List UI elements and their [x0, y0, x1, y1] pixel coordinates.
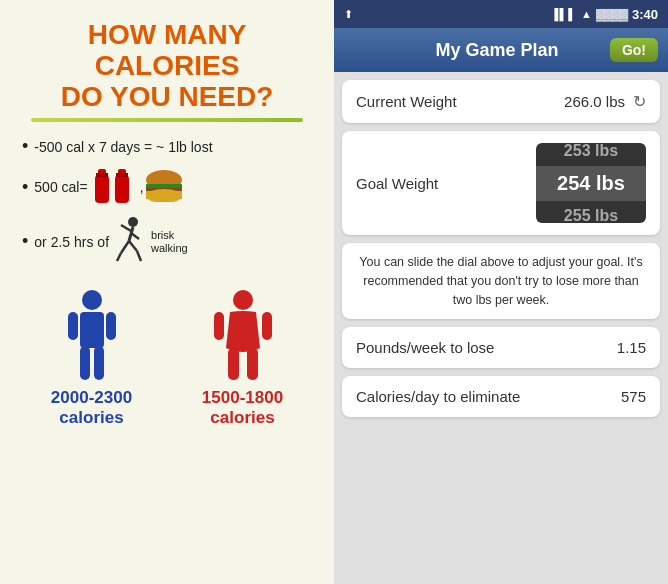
app-content: Current Weight 266.0 lbs ↻ Goal Weight 2…	[334, 72, 668, 584]
svg-point-11	[128, 217, 138, 227]
walking-row: • or 2.5 hrs of brisk walking	[16, 217, 318, 266]
walker-icon	[113, 217, 145, 266]
calories-day-value: 575	[621, 388, 646, 405]
burger-icon	[144, 170, 184, 205]
svg-rect-21	[68, 312, 78, 340]
coke-bottles-icon	[92, 167, 136, 207]
drum-picker[interactable]: 253 lbs 254 lbs 255 lbs	[536, 143, 646, 223]
svg-rect-24	[94, 346, 104, 380]
pounds-week-card: Pounds/week to lose 1.15	[342, 327, 660, 368]
right-panel: ⬆ ▐▌▌ ▲ ▓▓▓▓ 3:40 My Game Plan Go! Curre…	[334, 0, 668, 584]
svg-rect-26	[214, 312, 224, 340]
usb-icon: ⬆	[344, 8, 353, 21]
status-right: ▐▌▌ ▲ ▓▓▓▓ 3:40	[551, 7, 658, 22]
svg-rect-2	[96, 173, 108, 177]
svg-rect-10	[146, 191, 182, 199]
svg-rect-20	[80, 312, 104, 348]
status-left: ⬆	[344, 8, 353, 21]
hint-card: You can slide the dial above to adjust y…	[342, 243, 660, 319]
current-weight-row: Current Weight 266.0 lbs ↻	[356, 92, 646, 111]
green-divider	[31, 118, 303, 122]
time-display: 3:40	[632, 7, 658, 22]
goal-weight-label: Goal Weight	[356, 175, 438, 192]
brisk-label: brisk walking	[151, 229, 188, 255]
svg-rect-28	[228, 348, 239, 380]
svg-rect-3	[115, 175, 129, 203]
calories-day-row: Calories/day to eliminate 575	[356, 388, 646, 405]
calories-day-card: Calories/day to eliminate 575	[342, 376, 660, 417]
bullet-text-1: -500 cal x 7 days = ~ 1lb lost	[34, 139, 212, 155]
left-panel: HOW MANY CALORIES DO YOU NEED? • -500 ca…	[0, 0, 334, 584]
svg-line-15	[121, 241, 129, 253]
bullet-dot-1: •	[22, 136, 28, 157]
svg-line-13	[121, 225, 131, 231]
female-figure-group: 1500-1800 calories	[202, 288, 283, 427]
battery-icon: ▓▓▓▓	[596, 8, 628, 20]
svg-point-25	[233, 290, 253, 310]
figures-row: 2000-2300 calories 1500-1800 c	[16, 288, 318, 427]
drum-item-1: 254 lbs	[536, 166, 646, 201]
svg-rect-22	[106, 312, 116, 340]
svg-line-16	[117, 253, 121, 261]
svg-point-19	[82, 290, 102, 310]
svg-rect-5	[116, 173, 128, 177]
drum-item-2: 255 lbs	[536, 201, 646, 224]
female-calories: 1500-1800 calories	[202, 388, 283, 427]
svg-rect-27	[262, 312, 272, 340]
title-line1: HOW MANY CALORIES	[88, 19, 247, 81]
refresh-icon[interactable]: ↻	[633, 92, 646, 111]
phone-status-bar: ⬆ ▐▌▌ ▲ ▓▓▓▓ 3:40	[334, 0, 668, 28]
male-calories: 2000-2300 calories	[51, 388, 132, 427]
wifi-icon: ▲	[581, 8, 592, 20]
hint-text: You can slide the dial above to adjust y…	[356, 253, 646, 309]
svg-line-18	[137, 251, 141, 261]
bullet-text-3: or 2.5 hrs of	[34, 234, 109, 250]
bullet-dot-3: •	[22, 231, 28, 252]
signal-icon: ▐▌▌	[551, 8, 577, 20]
svg-line-17	[129, 241, 137, 251]
pounds-week-label: Pounds/week to lose	[356, 339, 494, 356]
title-line2: DO YOU NEED?	[61, 81, 274, 112]
pounds-week-value: 1.15	[617, 339, 646, 356]
go-button[interactable]: Go!	[610, 38, 658, 62]
goal-weight-card: Goal Weight 253 lbs 254 lbs 255 lbs	[342, 131, 660, 235]
main-title: HOW MANY CALORIES DO YOU NEED?	[16, 20, 318, 112]
current-weight-label: Current Weight	[356, 93, 457, 110]
calories-day-label: Calories/day to eliminate	[356, 388, 520, 405]
current-weight-value: 266.0 lbs	[564, 93, 625, 110]
male-figure-group: 2000-2300 calories	[51, 288, 132, 427]
svg-rect-8	[146, 184, 182, 188]
svg-rect-29	[247, 348, 258, 380]
pounds-week-row: Pounds/week to lose 1.15	[356, 339, 646, 356]
app-header: My Game Plan Go!	[334, 28, 668, 72]
svg-line-14	[131, 233, 139, 239]
bullet-dot-2: •	[22, 177, 28, 198]
bullet-list: • -500 cal x 7 days = ~ 1lb lost • 500 c…	[16, 136, 318, 217]
bullet-item-2: • 500 cal= ,	[22, 167, 312, 207]
svg-rect-0	[95, 175, 109, 203]
male-figure-icon	[62, 288, 122, 388]
current-weight-card: Current Weight 266.0 lbs ↻	[342, 80, 660, 123]
drum-item-0: 253 lbs	[536, 143, 646, 166]
female-figure-icon	[208, 288, 278, 388]
bullet-item-1: • -500 cal x 7 days = ~ 1lb lost	[22, 136, 312, 157]
svg-rect-23	[80, 346, 90, 380]
bullet-text-2-prefix: 500 cal=	[34, 179, 87, 195]
app-title: My Game Plan	[384, 40, 610, 61]
